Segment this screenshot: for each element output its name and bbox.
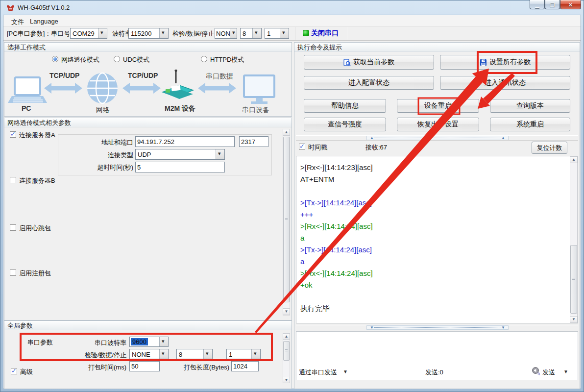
chevron-down-icon[interactable]: ▼ (563, 369, 568, 374)
chevron-down-icon[interactable] (251, 349, 260, 359)
close-button[interactable]: ✕ (560, 0, 581, 9)
server-b-label[interactable]: 连接服务器B (19, 176, 55, 185)
query-signal-button[interactable]: 查信号强度 (304, 118, 386, 131)
minimize-button[interactable]: ▁ (530, 0, 545, 9)
radio-udc-mode-label[interactable]: UDC模式 (123, 55, 149, 64)
chevron-down-icon[interactable] (159, 349, 168, 359)
chevron-down-icon[interactable] (203, 349, 212, 359)
collapse-up-icon[interactable]: ▲ (501, 136, 505, 140)
monitor-icon (244, 75, 274, 104)
parity-select[interactable]: NONI (215, 28, 237, 39)
timestamp-label[interactable]: 时间戳 (308, 143, 327, 152)
scroll-down-icon[interactable]: ▼ (283, 377, 290, 383)
enter-config-button[interactable]: 进入配置状态 (304, 76, 434, 90)
conn-type-select[interactable]: UDP (135, 149, 225, 160)
link1-label: TCP/UDP (49, 72, 79, 79)
reset-counter-button[interactable]: 复位计数 (532, 142, 567, 154)
pack-len-label: 打包长度(Bytes) (177, 363, 229, 372)
radio-transparent-mode-label[interactable]: 网络透传模式 (61, 55, 99, 64)
chevron-down-icon[interactable] (280, 28, 289, 38)
enter-comm-button[interactable]: 进入通讯状态 (440, 76, 570, 90)
log-line: +ok (300, 279, 578, 291)
log-line: >[Rx<-][14:14:24][asc] (300, 220, 578, 232)
serial-device-label: 串口设备 (242, 106, 269, 115)
maximize-button[interactable]: ❐ (545, 0, 560, 9)
log-area[interactable]: >[Rx<-][14:14:23][asc] AT+ENTM >[Tx->][1… (296, 156, 578, 323)
radio-udc-mode[interactable] (114, 56, 120, 62)
help-info-button[interactable]: 帮助信息 (304, 99, 386, 113)
toolbar-separator (295, 27, 296, 40)
regpack-checkbox[interactable] (10, 270, 16, 276)
scroll-down-icon[interactable]: ▼ (283, 308, 290, 315)
chevron-down-icon[interactable] (98, 28, 107, 38)
network-label: 网络 (96, 106, 110, 115)
advanced-label[interactable]: 高级 (20, 368, 33, 376)
scroll-down-icon[interactable]: ▼ (570, 316, 578, 323)
timestamp-checkbox[interactable] (299, 144, 305, 150)
server-port-input[interactable] (239, 136, 268, 147)
chevron-down-icon[interactable] (252, 28, 261, 38)
databits-select[interactable]: 8 (240, 28, 262, 39)
server-a-checkbox[interactable] (10, 131, 16, 138)
serial-baud-select[interactable]: 9600 (129, 337, 169, 347)
com-port-select[interactable]: COM29 (70, 28, 107, 39)
chevron-down-icon[interactable] (216, 149, 224, 159)
collapse-down-icon[interactable]: ▼ (370, 325, 374, 330)
collapse-down-icon[interactable]: ▼ (501, 325, 505, 330)
menu-language[interactable]: Language (27, 17, 61, 26)
title-bar[interactable]: WH-G405tf V1.0.2 ▁ ❐ ✕ (0, 0, 584, 15)
heartbeat-checkbox[interactable] (10, 224, 16, 231)
set-params-button[interactable]: 设置所有参数 (440, 55, 570, 70)
radio-httpd-mode-label[interactable]: HTTPD模式 (210, 55, 244, 64)
serial-baud-label: 串口波特率 (87, 339, 126, 347)
close-port-button[interactable]: 关闭串口 (311, 29, 339, 38)
radio-httpd-mode[interactable] (201, 56, 207, 62)
heartbeat-label[interactable]: 启用心跳包 (19, 224, 51, 233)
send-button[interactable]: 发送 (542, 368, 555, 377)
device-restart-button[interactable]: 设备重启 (397, 99, 479, 113)
send-splitter[interactable]: ▼ ▼ (296, 325, 578, 330)
baud-select[interactable]: 115200 (128, 28, 169, 39)
m2m-device-icon (163, 70, 193, 99)
pack-len-input[interactable] (231, 361, 259, 371)
advanced-checkbox[interactable] (11, 368, 17, 374)
laptop-icon (8, 77, 47, 103)
log-line: >[Tx->][14:14:24][asc] (300, 244, 578, 256)
pack-time-input[interactable] (129, 361, 160, 371)
server-a-label[interactable]: 连接服务器A (19, 131, 55, 140)
system-restart-button[interactable]: 系统重启 (490, 118, 570, 131)
log-splitter[interactable]: ▲ ▲ (296, 135, 578, 141)
scroll-up-icon[interactable]: ▲ (283, 129, 290, 136)
addr-port-label: 地址和端口 (84, 138, 133, 147)
serial-parity-label: 检验/数据/停止 (79, 351, 126, 360)
chevron-down-icon[interactable] (159, 28, 168, 38)
global-scrollbar-thumb[interactable] (283, 341, 290, 361)
log-line (300, 185, 578, 197)
menu-file[interactable]: 文件 (8, 17, 27, 27)
serial-stopbits-select[interactable]: 1 (226, 349, 261, 359)
server-address-input[interactable] (135, 136, 235, 147)
regpack-label[interactable]: 启用注册包 (19, 269, 51, 278)
log-scrollbar-thumb[interactable] (570, 245, 577, 314)
stopbits-select[interactable]: 1 (265, 28, 289, 39)
query-version-button[interactable]: 查询版本 (490, 99, 570, 113)
arrow-icon (44, 83, 82, 94)
serial-parity-select[interactable]: NONE (129, 349, 169, 359)
factory-reset-button[interactable]: 恢复出厂设置 (397, 118, 479, 131)
params-scrollbar-thumb[interactable] (283, 137, 290, 302)
conn-type-label: 连接类型 (84, 151, 133, 160)
chevron-down-icon[interactable]: ▼ (343, 369, 348, 374)
radio-transparent-mode[interactable] (52, 56, 58, 62)
collapse-up-icon[interactable]: ▲ (370, 136, 374, 140)
send-via-serial-dropdown[interactable]: 通过串口发送 (299, 368, 337, 377)
scroll-up-icon[interactable]: ▲ (570, 156, 578, 163)
port-open-led-icon (303, 30, 309, 36)
server-b-checkbox[interactable] (10, 177, 16, 183)
scroll-up-icon[interactable]: ▲ (283, 333, 290, 340)
get-params-button[interactable]: 获取当前参数 (304, 55, 434, 70)
chevron-down-icon[interactable] (159, 337, 168, 346)
chevron-down-icon[interactable] (230, 28, 237, 38)
net-params-title: 网络透传模式相关参数 (4, 118, 292, 127)
timeout-input[interactable] (135, 162, 225, 172)
serial-databits-select[interactable]: 8 (176, 349, 213, 359)
